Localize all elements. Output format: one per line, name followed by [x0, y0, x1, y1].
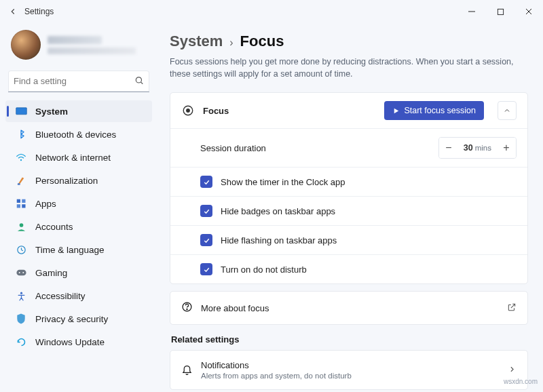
duration-stepper: − 30 mins + [438, 137, 517, 159]
svg-line-17 [21, 250, 23, 250]
sidebar-item-privacy[interactable]: Privacy & security [5, 308, 152, 330]
notifications-setting-link[interactable]: Notifications Alerts from apps and syste… [170, 351, 527, 389]
sidebar-item-label: Personalization [35, 176, 98, 186]
focus-title: Focus [203, 106, 376, 116]
user-name-placeholder [48, 36, 102, 44]
svg-point-20 [22, 272, 24, 273]
svg-point-8 [20, 159, 22, 161]
start-focus-session-button[interactable]: Start focus session [384, 101, 484, 120]
update-icon [15, 336, 27, 348]
breadcrumb: System › Focus [170, 33, 528, 50]
sidebar-item-label: Apps [35, 199, 56, 209]
breadcrumb-current: Focus [240, 33, 284, 50]
svg-point-21 [20, 292, 22, 294]
back-button[interactable] [5, 4, 20, 19]
sidebar-item-label: Time & language [35, 245, 105, 255]
help-icon [181, 301, 193, 315]
gamepad-icon [15, 267, 27, 279]
option-label: Show the timer in the Clock app [221, 177, 517, 187]
chevron-right-icon [508, 365, 517, 376]
sidebar-item-personalization[interactable]: Personalization [5, 170, 152, 191]
more-about-focus-link[interactable]: More about focus [170, 292, 527, 324]
monitor-icon [15, 105, 27, 117]
svg-point-19 [18, 272, 20, 273]
maximize-button[interactable] [486, 2, 514, 21]
sidebar-item-windows-update[interactable]: Windows Update [5, 331, 152, 353]
session-duration-label: Session duration [200, 143, 430, 153]
sidebar-item-label: Bluetooth & devices [35, 130, 116, 140]
chevron-right-icon: › [229, 37, 233, 49]
watermark: wsxdn.com [504, 378, 538, 385]
sidebar-item-system[interactable]: System [5, 100, 152, 122]
apps-icon [15, 197, 27, 210]
duration-value: 30 mins [458, 143, 497, 153]
checkbox-do-not-disturb[interactable] [200, 263, 212, 275]
notifications-title: Notifications [201, 360, 500, 370]
svg-rect-1 [498, 9, 503, 14]
duration-increase-button[interactable]: + [497, 138, 516, 158]
checkbox-show-timer[interactable] [200, 176, 212, 188]
option-label: Turn on do not disturb [221, 264, 517, 275]
svg-point-14 [19, 223, 23, 227]
sidebar-item-bluetooth[interactable]: Bluetooth & devices [5, 123, 152, 145]
search-input[interactable] [8, 71, 149, 92]
accessibility-icon [15, 290, 27, 302]
sidebar-item-label: Accessibility [35, 291, 86, 301]
sidebar-item-label: Gaming [35, 268, 67, 278]
svg-rect-11 [22, 199, 25, 202]
page-description: Focus sessions help you get more done by… [170, 56, 528, 80]
svg-line-5 [141, 82, 143, 84]
close-button[interactable] [514, 2, 543, 21]
sidebar-item-label: Privacy & security [35, 314, 108, 324]
sidebar-item-label: Network & internet [35, 153, 111, 163]
paintbrush-icon [15, 174, 27, 187]
svg-rect-12 [16, 204, 20, 208]
svg-rect-9 [17, 183, 20, 185]
breadcrumb-parent[interactable]: System [170, 33, 223, 50]
svg-rect-10 [16, 199, 20, 202]
svg-marker-24 [394, 109, 398, 113]
option-label: Hide flashing on taskbar apps [221, 235, 517, 246]
shield-icon [15, 313, 27, 325]
svg-rect-6 [16, 107, 26, 114]
person-icon [15, 220, 27, 233]
notifications-subtitle: Alerts from apps and system, do not dist… [201, 372, 500, 380]
svg-point-23 [187, 109, 190, 113]
clock-globe-icon [15, 243, 27, 256]
svg-point-4 [136, 77, 141, 83]
sidebar-item-accounts[interactable]: Accounts [5, 216, 152, 237]
avatar [11, 30, 41, 60]
sidebar-item-gaming[interactable]: Gaming [5, 262, 152, 283]
svg-rect-13 [22, 204, 25, 208]
bell-icon [181, 364, 193, 377]
svg-rect-18 [16, 270, 26, 276]
checkbox-hide-badges[interactable] [200, 205, 212, 217]
collapse-button[interactable] [498, 101, 517, 120]
sidebar-item-apps[interactable]: Apps [5, 193, 152, 214]
option-label: Hide badges on taskbar apps [221, 206, 517, 216]
sidebar-item-label: System [35, 106, 68, 117]
duration-decrease-button[interactable]: − [439, 138, 458, 158]
user-email-placeholder [48, 47, 136, 54]
app-title: Settings [24, 7, 54, 16]
user-profile[interactable] [5, 26, 152, 69]
wifi-icon [15, 151, 27, 163]
sidebar-item-accessibility[interactable]: Accessibility [5, 285, 152, 307]
checkbox-hide-flashing[interactable] [200, 234, 212, 246]
focus-icon [181, 104, 195, 117]
external-link-icon [507, 302, 517, 314]
related-settings-heading: Related settings [171, 334, 528, 345]
svg-point-26 [187, 309, 187, 310]
sidebar-item-network[interactable]: Network & internet [5, 146, 152, 168]
search-icon [134, 76, 144, 87]
bluetooth-icon [15, 128, 27, 140]
sidebar-item-label: Windows Update [35, 337, 105, 347]
sidebar-item-label: Accounts [35, 222, 73, 232]
sidebar-item-time-language[interactable]: Time & language [5, 239, 152, 260]
minimize-button[interactable] [457, 2, 486, 21]
